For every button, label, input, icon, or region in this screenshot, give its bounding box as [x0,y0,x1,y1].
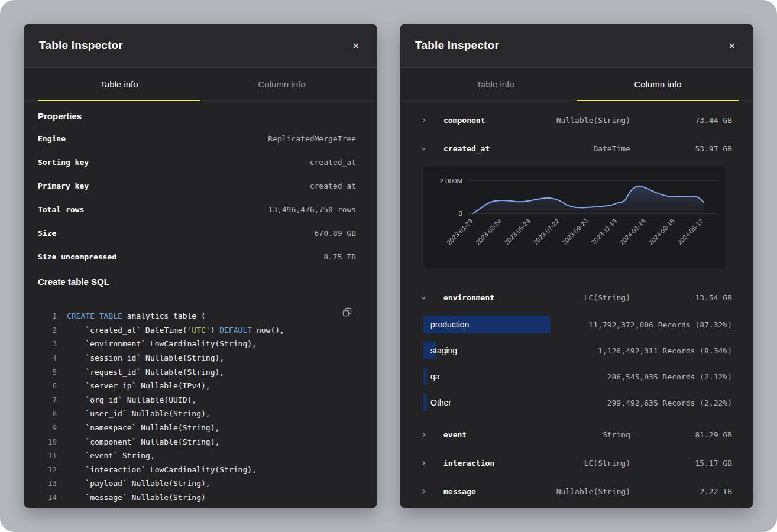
sql-line: 3 `environment` LowCardinality(String), [38,337,363,351]
sql-line-text: `request_id` Nullable(String), [67,368,224,377]
line-number: 2 [38,326,57,335]
sql-line: 13 `payload` Nullable(String), [38,476,363,491]
sql-line: 5 `request_id` Nullable(String), [38,365,363,379]
sql-line-text: ) ENGINE = ReplicatedMergeTree('/clickho… [67,507,377,508]
column-info-panel: componentNullable(String)73.44 GBcreated… [400,101,753,508]
line-number: 4 [38,353,57,362]
property-value: 8.75 TB [323,252,363,261]
sql-line-text: `message` Nullable(String) [67,493,206,502]
value-records: 1,126,492,311 Records (8.34%) [598,346,739,355]
chevron-down-icon [421,146,426,151]
sql-line-text: `session_id` Nullable(String), [67,353,224,362]
column-row-created_at[interactable]: created_atDateTime53.97 GB [414,134,739,163]
column-size: 2.22 TB [650,487,739,496]
table-inspector-modal-left: Table inspector ✕ Table info Column info… [24,24,377,508]
created-at-distribution-chart: 2 000M02023-01-232023-03-242023-05-23202… [423,166,726,269]
tab-column-info[interactable]: Column info [577,68,739,101]
line-number: 12 [38,465,57,474]
x-axis-label: 2024-01-18 [619,218,647,246]
sql-line: 11 `event` String, [38,449,363,463]
column-size: 81.29 GB [650,430,739,439]
column-name: environment [443,293,494,302]
column-row-environment[interactable]: environmentLC(String)13.54 GB [414,283,739,312]
copy-button[interactable] [341,306,354,320]
area-fill [473,186,704,213]
sql-line: 6 `server_ip` Nullable(IPv4), [38,379,363,393]
column-type: Nullable(String) [556,487,630,496]
properties-section-title: Properties [38,111,363,121]
table-inspector-modal-right: Table inspector ✕ Table info Column info… [400,24,753,508]
property-value: 13,496,476,750 rows [268,205,363,214]
x-axis-label: 2023-05-23 [503,218,532,246]
value-records: 299,492,635 Records (2.22%) [607,398,739,407]
tab-table-info[interactable]: Table info [414,68,577,101]
value-bar [423,368,427,385]
sql-line: 4 `session_id` Nullable(String), [38,351,363,365]
sql-line-text: `component` Nullable(String), [67,437,219,446]
sql-line: 12 `interaction` LowCardinality(String), [38,463,363,477]
column-size: 15.17 GB [650,459,739,468]
chevron-right-icon [421,460,426,466]
sql-line: 2 `created_at` DateTime('UTC') DEFAULT n… [38,323,363,338]
x-axis-label: 2024-03-18 [647,218,675,246]
environment-value-row: staging1,126,492,311 Records (8.34%) [414,338,739,364]
property-row: EngineReplicatedMergeTree [38,126,363,150]
properties-list: EngineReplicatedMergeTreeSorting keycrea… [38,126,363,268]
tab-table-info[interactable]: Table info [38,68,200,101]
sql-line: 14 `message` Nullable(String) [38,491,363,505]
property-value: ReplicatedMergeTree [268,134,363,143]
line-number: 14 [38,493,57,502]
property-row: Size670.89 GB [38,221,363,245]
sql-line-text: `payload` Nullable(String), [67,479,211,488]
close-icon[interactable]: ✕ [726,39,738,53]
column-row-component[interactable]: componentNullable(String)73.44 GB [414,106,739,134]
y-axis-label: 0 [459,210,462,217]
column-type: LC(String) [584,293,630,302]
sql-line-text: `namespace` Nullable(String), [67,423,219,432]
column-type: String [603,430,630,439]
column-type: LC(String) [584,459,630,468]
column-row-event[interactable]: eventString81.29 GB [414,420,739,449]
value-label: qa [430,372,440,381]
value-records: 11,792,372,086 Records (87.32%) [588,320,739,329]
x-axis-label: 2023-03-24 [474,218,503,246]
line-number: 13 [38,479,57,488]
sql-line-text: `environment` LowCardinality(String), [67,339,257,348]
property-value: created_at [310,158,363,167]
line-number: 15 [38,507,57,508]
column-row-interaction[interactable]: interactionLC(String)15.17 GB [414,449,739,477]
column-type: DateTime [593,144,630,153]
property-label: Size uncompressed [38,252,116,261]
area-chart: 2 000M02023-01-232023-03-242023-05-23202… [423,166,726,269]
column-name: created_at [443,144,490,153]
property-label: Sorting key [38,158,89,167]
property-label: Engine [38,134,66,143]
chevron-right-icon [421,489,426,494]
sql-line: 9 `namespace` Nullable(String), [38,421,363,435]
page-background: Table inspector ✕ Table info Column info… [0,0,777,532]
line-number: 5 [38,368,57,377]
column-size: 13.54 GB [650,293,739,302]
line-number: 9 [38,423,57,432]
modal-title: Table inspector [415,39,499,52]
copy-icon [342,307,352,317]
modal-header: Table inspector ✕ [400,24,753,68]
value-label: production [430,320,469,329]
x-axis-label: 2023-07-22 [532,218,560,246]
y-axis-label: 2 000M [440,177,462,184]
sql-line-text: `created_at` DateTime('UTC') DEFAULT now… [67,326,284,335]
close-icon[interactable]: ✕ [349,39,362,53]
value-label: staging [430,346,457,355]
column-name: event [443,430,467,439]
tab-bar: Table info Column info [400,68,753,101]
property-label: Size [38,229,56,238]
environment-value-row: Other299,492,635 Records (2.22%) [414,390,739,416]
column-name: interaction [443,459,494,468]
value-records: 286,545,035 Records (2.12%) [607,372,739,381]
tab-bar: Table info Column info [24,68,377,101]
tab-column-info[interactable]: Column info [200,68,363,101]
environment-value-row: qa286,545,035 Records (2.12%) [414,364,739,390]
column-name: message [443,487,476,496]
column-row-message[interactable]: messageNullable(String)2.22 TB [414,477,739,505]
property-row: Total rows13,496,476,750 rows [38,197,363,221]
